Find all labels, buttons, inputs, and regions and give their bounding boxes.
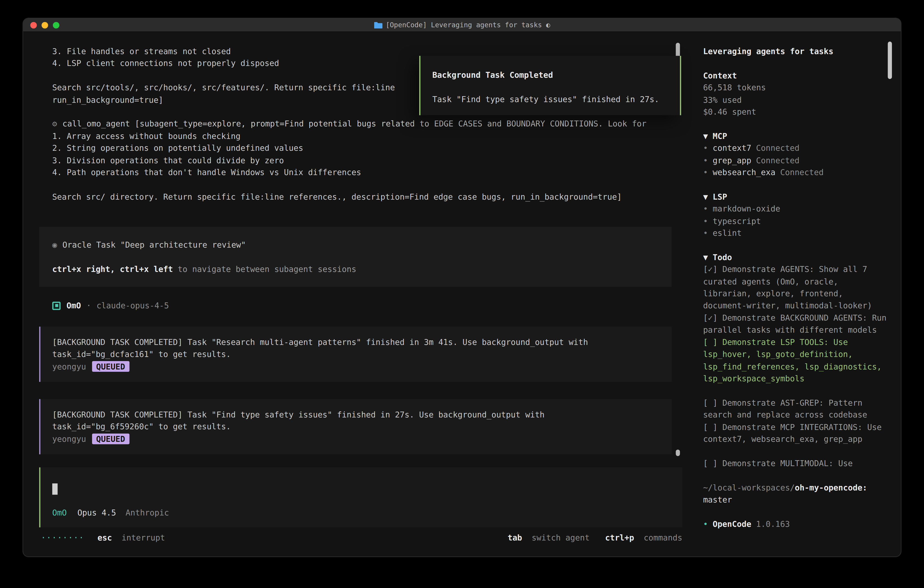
background-task-message: [BACKGROUND TASK COMPLETED] Task "Find t… bbox=[39, 399, 672, 454]
sidebar: Leveraging agents for tasks Context 66,5… bbox=[694, 32, 901, 557]
mcp-item-name: context7 bbox=[713, 143, 751, 153]
interrupt-label: interrupt bbox=[122, 532, 165, 542]
author-name: yeongyu bbox=[52, 434, 86, 444]
status-bar: ········ esc interrupt tab switch agent … bbox=[39, 531, 682, 543]
message-meta-row: yeongyuQUEUED bbox=[52, 360, 672, 372]
todo-item: [ ] Demonstrate MULTIMODAL: Use bbox=[703, 457, 888, 469]
text-cursor bbox=[52, 483, 58, 495]
mcp-item-status: Connected bbox=[780, 168, 823, 177]
author-name: yeongyu bbox=[52, 362, 86, 371]
bullet-icon: • bbox=[703, 519, 708, 529]
tool-call-line: 3. Division operations that could divide… bbox=[39, 154, 694, 166]
branch-name: master bbox=[703, 494, 888, 505]
sidebar-scrollbar-thumb[interactable] bbox=[888, 41, 892, 79]
oracle-task-title-row: ◉Oracle Task "Deep architecture review" bbox=[52, 239, 672, 251]
input-model: Opus 4.5 bbox=[78, 508, 116, 517]
switch-agent-label: switch agent bbox=[532, 532, 590, 542]
window-title-row: [OpenCode] Leveraging agents for tasks ◐ bbox=[23, 21, 901, 29]
input-agent-name: OmO bbox=[52, 508, 67, 517]
lsp-item: •markdown-oxide bbox=[703, 203, 888, 215]
queued-badge: QUEUED bbox=[92, 433, 129, 444]
tool-call-text: call_omo_agent [subagent_type=explore, p… bbox=[63, 119, 647, 129]
tool-call-line: 2. String operations on potentially unde… bbox=[39, 142, 694, 154]
workspace-path-row: ~/local-workspaces/oh-my-opencode: bbox=[703, 481, 888, 494]
oracle-task-title: Oracle Task "Deep architecture review" bbox=[63, 240, 246, 249]
bullet-icon: • bbox=[703, 204, 708, 213]
mcp-heading: MCP bbox=[713, 131, 727, 141]
tool-call-line: Search src/ directory. Return specific f… bbox=[39, 190, 694, 203]
agent-model: claude-opus-4-5 bbox=[97, 300, 169, 312]
close-button[interactable] bbox=[30, 21, 37, 28]
shortcut-hint-text: to navigate between subagent sessions bbox=[178, 264, 356, 274]
status-right: tab switch agent ctrl+p commands bbox=[508, 531, 682, 543]
zoom-button[interactable] bbox=[53, 21, 59, 28]
todo-heading: Todo bbox=[713, 253, 732, 262]
titlebar: [OpenCode] Leveraging agents for tasks ◐ bbox=[23, 18, 901, 32]
agent-header: OmO · claude-opus-4-5 bbox=[39, 300, 694, 312]
fisheye-icon: ◉ bbox=[52, 240, 57, 249]
tool-call-header: ⚙call_omo_agent [subagent_type=explore, … bbox=[39, 118, 694, 130]
message-meta-row: yeongyuQUEUED bbox=[52, 433, 672, 445]
opencode-version-row: •OpenCode1.0.163 bbox=[703, 518, 888, 530]
input-meta-row: OmOOpus 4.5Anthropic bbox=[52, 507, 682, 519]
shortcut-keys: ctrl+x right, ctrl+x left bbox=[52, 264, 173, 274]
blank-line bbox=[52, 251, 672, 263]
lsp-item-name: eslint bbox=[713, 228, 742, 238]
toast-body: Task "Find type safety issues" finished … bbox=[432, 93, 680, 105]
main-terminal-pane: 3. File handles or streams not closed 4.… bbox=[23, 32, 694, 557]
lsp-item-name: typescript bbox=[713, 216, 761, 226]
opencode-version: 1.0.163 bbox=[756, 519, 790, 529]
ctrl-p-key: ctrl+p bbox=[605, 532, 634, 542]
minimize-button[interactable] bbox=[41, 21, 48, 28]
traffic-lights bbox=[30, 18, 59, 31]
message-text-line: task_id="bg_dcfac161" to get results. bbox=[52, 348, 672, 360]
lsp-item: •typescript bbox=[703, 215, 888, 227]
toast-title: Background Task Completed bbox=[432, 69, 680, 81]
context-used: 33% used bbox=[703, 94, 888, 106]
spinner-dots-icon: ········ bbox=[41, 532, 84, 542]
workspace-repo: oh-my-opencode: bbox=[795, 482, 867, 492]
bullet-icon: • bbox=[703, 228, 708, 238]
opencode-brand: OpenCode bbox=[713, 519, 751, 529]
terminal-line: 3. File handles or streams not closed bbox=[39, 45, 694, 57]
oracle-task-panel: ◉Oracle Task "Deep architecture review" … bbox=[39, 227, 672, 287]
mcp-item: •grep_appConnected bbox=[703, 154, 888, 166]
main-scrollbar-thumb[interactable] bbox=[676, 449, 680, 456]
lsp-item: •eslint bbox=[703, 227, 888, 239]
tool-call-line: 4. Path operations that don't handle Win… bbox=[39, 166, 694, 178]
background-task-toast: Background Task Completed Task "Find typ… bbox=[419, 56, 681, 115]
lsp-heading-row[interactable]: ▼LSP bbox=[703, 190, 888, 203]
esc-key: esc bbox=[97, 532, 112, 542]
queued-badge: QUEUED bbox=[92, 361, 129, 372]
agent-checkbox-icon bbox=[52, 302, 61, 310]
input-provider: Anthropic bbox=[125, 508, 169, 517]
todo-item: [ ] Demonstrate LSP TOOLS: Use lsp_hover… bbox=[703, 336, 888, 384]
mcp-item-name: grep_app bbox=[713, 155, 751, 165]
todo-item: [ ] Demonstrate MCP INTEGRATIONS: Use co… bbox=[703, 421, 888, 445]
mcp-item-status: Connected bbox=[756, 155, 799, 165]
todo-heading-row[interactable]: ▼Todo bbox=[703, 251, 888, 263]
message-text-line: [BACKGROUND TASK COMPLETED] Task "Resear… bbox=[52, 336, 672, 348]
mcp-item-status: Connected bbox=[756, 143, 799, 153]
bullet-icon: • bbox=[703, 155, 708, 165]
window-content: 3. File handles or streams not closed 4.… bbox=[23, 32, 901, 557]
commands-label: commands bbox=[644, 532, 682, 542]
todo-item: [ ] Demonstrate AST-GREP: Pattern search… bbox=[703, 396, 888, 421]
prompt-input[interactable]: OmOOpus 4.5Anthropic bbox=[39, 467, 682, 527]
input-cursor-row bbox=[52, 482, 682, 495]
terminal-window: [OpenCode] Leveraging agents for tasks ◐… bbox=[23, 18, 901, 557]
bullet-icon: • bbox=[703, 216, 708, 226]
tool-call-line: 1. Array access without bounds checking bbox=[39, 130, 694, 142]
shortcut-hint-row: ctrl+x right, ctrl+x left to navigate be… bbox=[52, 263, 672, 275]
context-heading: Context bbox=[703, 69, 888, 81]
mcp-heading-row[interactable]: ▼MCP bbox=[703, 130, 888, 142]
agent-name: OmO bbox=[67, 300, 81, 312]
lsp-item-name: markdown-oxide bbox=[713, 204, 780, 213]
status-left: ········ esc interrupt bbox=[39, 531, 165, 543]
session-title: Leveraging agents for tasks bbox=[703, 45, 888, 57]
context-spent: $0.46 spent bbox=[703, 106, 888, 118]
mcp-item-name: websearch_exa bbox=[713, 168, 776, 177]
tool-call-line bbox=[39, 178, 694, 190]
background-task-message: [BACKGROUND TASK COMPLETED] Task "Resear… bbox=[39, 327, 672, 382]
mcp-item: •websearch_exaConnected bbox=[703, 166, 888, 178]
